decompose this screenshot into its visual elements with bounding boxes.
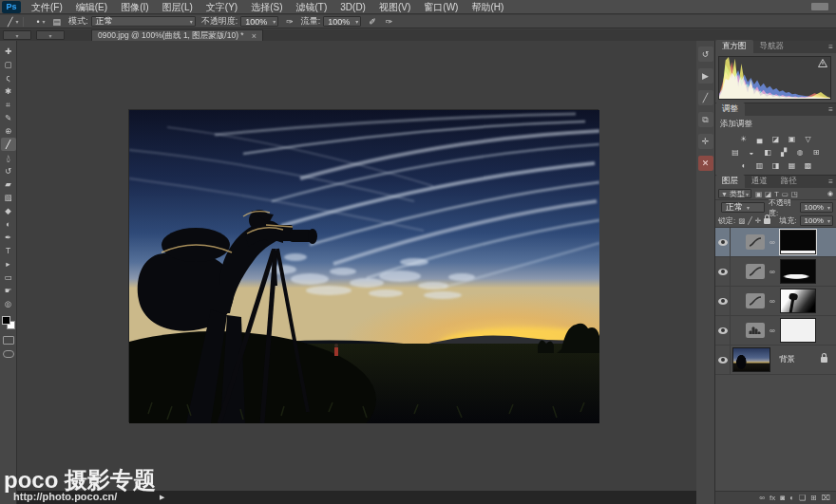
mask-link-icon[interactable]: ∞ [770, 238, 775, 247]
zoom-tool[interactable]: ◎ [1, 297, 16, 310]
color-balance-icon[interactable]: ◒ [744, 146, 760, 158]
threshold-icon[interactable]: ◨ [768, 159, 784, 171]
hand-tool[interactable]: ☛ [1, 284, 16, 297]
layer-mask-thumbnail[interactable] [780, 259, 816, 284]
clone-stamp-tool[interactable]: ⍙ [1, 151, 16, 164]
mask-link-icon[interactable]: ∞ [770, 268, 775, 276]
layer-row-adjustment-3[interactable]: ∞ [715, 316, 836, 345]
close-icon[interactable]: × [252, 31, 256, 41]
levels-icon[interactable]: ▄ [751, 133, 768, 144]
canvas-area[interactable]: ▶ [17, 41, 696, 504]
add-mask-icon[interactable]: ◙ [780, 494, 785, 502]
layer-visibility-eye-icon[interactable] [718, 357, 728, 364]
pressure-size-button[interactable]: ✑ [384, 17, 395, 27]
layer-visibility-eye-icon[interactable] [718, 298, 728, 305]
mask-link-icon[interactable]: ∞ [770, 327, 775, 335]
blend-mode-select[interactable]: 正常 ▾ [91, 16, 196, 27]
eraser-tool[interactable]: ▰ [1, 177, 16, 191]
color-swatches[interactable] [2, 316, 15, 329]
lock-pixels-icon[interactable]: ╱ [748, 216, 752, 225]
warning-icon[interactable] [818, 59, 827, 67]
layer-visibility-eye-icon[interactable] [718, 327, 728, 334]
history-brush-tool[interactable]: ↺ [1, 164, 16, 177]
menu-item[interactable]: 视图(V) [372, 0, 417, 14]
menu-item[interactable]: 编辑(E) [69, 0, 114, 14]
lock-position-icon[interactable]: ✛ [755, 216, 761, 225]
tab-路径[interactable]: 路径 [774, 175, 804, 188]
panel-menu-icon[interactable]: ≡ [828, 105, 833, 114]
menu-item[interactable]: 文字(Y) [200, 0, 244, 14]
menu-item[interactable]: 3D(D) [333, 0, 372, 14]
properties-panel-icon[interactable]: ✛ [698, 134, 713, 149]
eyedropper-tool[interactable]: ✎ [1, 111, 16, 124]
curves-adjustment-icon[interactable] [746, 264, 765, 279]
opacity-select[interactable]: 100% ▾ [240, 16, 278, 27]
levels-adjustment-icon[interactable] [746, 323, 765, 338]
gradient-tool[interactable]: ▧ [1, 191, 16, 204]
quick-mask-button[interactable] [3, 336, 14, 345]
brush-presets-panel-icon[interactable]: ╱ [698, 90, 713, 105]
curves-adjustment-icon[interactable] [746, 293, 765, 308]
tab-adjustments[interactable]: 调整 [715, 103, 745, 116]
lock-transparency-icon[interactable]: ▨ [738, 216, 745, 225]
panel-menu-icon[interactable]: ≡ [828, 43, 833, 51]
invert-icon[interactable]: ◖ [735, 159, 751, 171]
color-lookup-icon[interactable]: ⊞ [808, 146, 825, 158]
layer-mask-thumbnail[interactable] [780, 230, 816, 254]
curves-adjustment-icon[interactable] [746, 234, 765, 250]
new-layer-icon[interactable]: ⊞ [810, 494, 817, 502]
layer-row-adjustment-0[interactable]: ∞ [715, 228, 836, 257]
menu-item[interactable]: 帮助(H) [465, 0, 510, 14]
lasso-tool[interactable]: ς [1, 71, 16, 84]
history-panel-icon[interactable]: ↺ [698, 47, 713, 62]
blur-tool[interactable]: ◆ [1, 204, 16, 217]
menu-item[interactable]: 图层(L) [156, 0, 200, 14]
crop-tool[interactable]: ⌗ [1, 98, 16, 111]
menu-item[interactable]: 窗口(W) [417, 0, 465, 14]
type-tool[interactable]: T [1, 244, 16, 257]
hue-saturation-icon[interactable]: ▤ [728, 146, 744, 158]
channel-mixer-icon[interactable]: ◍ [792, 146, 808, 158]
menu-item[interactable]: 文件(F) [25, 0, 69, 14]
photo-filter-icon[interactable]: ▞ [776, 146, 792, 158]
layer-visibility-eye-icon[interactable] [718, 239, 728, 246]
foreground-color-swatch[interactable] [2, 316, 10, 325]
pressure-opacity-button[interactable]: ✑ [284, 17, 295, 27]
vibrance-icon[interactable]: ▽ [800, 133, 816, 144]
menu-item[interactable]: 滤镜(T) [290, 0, 334, 14]
tab-navigator[interactable]: 导航器 [753, 40, 791, 53]
screen-mode-button[interactable] [3, 350, 14, 358]
actions-panel-icon[interactable]: ▶ [698, 68, 713, 84]
layer-row-adjustment-1[interactable]: ∞ [715, 257, 836, 287]
status-popup-arrow-icon[interactable]: ▶ [160, 494, 164, 501]
dodge-tool[interactable]: ◐ [1, 217, 16, 231]
layer-row-background[interactable]: 背景 [715, 345, 836, 375]
brush-tool[interactable]: ╱ [1, 138, 16, 151]
black-white-icon[interactable]: ◧ [760, 146, 776, 158]
layer-style-icon[interactable]: fx [770, 494, 775, 502]
new-adjustment-layer-icon[interactable]: ◐ [789, 494, 794, 502]
link-layers-icon[interactable]: ∞ [759, 494, 765, 502]
lock-all-icon[interactable] [764, 218, 770, 224]
healing-brush-tool[interactable]: ⊕ [1, 124, 16, 138]
flow-select[interactable]: 100% ▾ [323, 16, 361, 27]
tab-图层[interactable]: 图层 [715, 175, 745, 188]
quick-selection-tool[interactable]: ✱ [1, 84, 16, 98]
airbrush-button[interactable]: ✐ [367, 17, 378, 27]
layer-fill-select[interactable]: 100% ▾ [800, 215, 833, 226]
tool-preset-picker[interactable]: ╱ ▾ [6, 17, 18, 27]
panel-menu-icon[interactable]: ≡ [828, 177, 833, 186]
menu-item[interactable]: 图像(I) [114, 0, 155, 14]
tabbar-button-1[interactable]: ▾ [3, 30, 31, 40]
window-control[interactable] [811, 3, 828, 10]
tab-histogram[interactable]: 直方图 [715, 40, 753, 53]
close-panel-icon[interactable]: ✕ [698, 156, 713, 171]
delete-layer-icon[interactable]: ⌧ [822, 494, 830, 502]
filter-pixel-layers-icon[interactable]: ▣ [755, 190, 762, 198]
tab-通道[interactable]: 通道 [745, 175, 774, 188]
photo-canvas[interactable] [128, 109, 598, 422]
selective-color-icon[interactable]: ▩ [800, 159, 816, 171]
layer-blend-mode-select[interactable]: 正常 ▾ [721, 202, 765, 213]
pen-tool[interactable]: ✒ [1, 231, 16, 244]
background-layer-thumbnail[interactable] [732, 347, 770, 372]
